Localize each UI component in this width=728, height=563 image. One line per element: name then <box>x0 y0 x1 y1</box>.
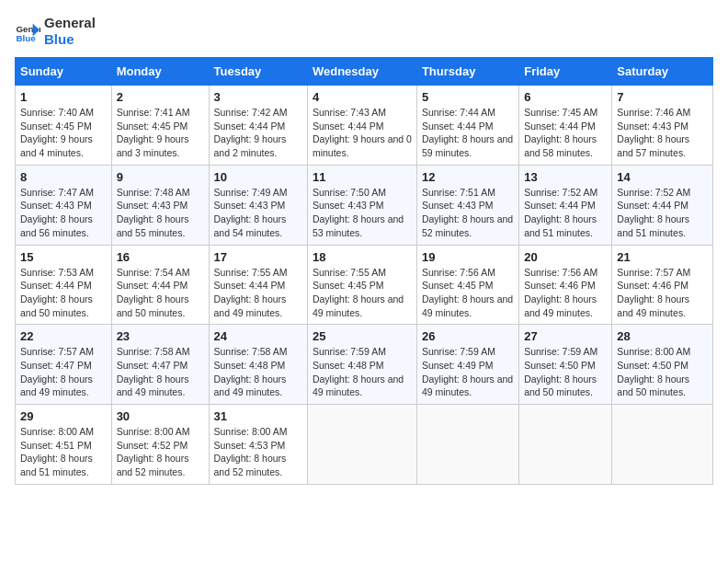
logo-text-blue: Blue <box>44 31 96 48</box>
day-detail: Sunrise: 7:49 AMSunset: 4:43 PMDaylight:… <box>214 186 302 240</box>
day-number: 20 <box>524 250 607 264</box>
day-detail: Sunrise: 8:00 AMSunset: 4:51 PMDaylight:… <box>20 425 107 479</box>
day-detail: Sunrise: 7:50 AMSunset: 4:43 PMDaylight:… <box>313 186 412 240</box>
day-detail: Sunrise: 7:59 AMSunset: 4:49 PMDaylight:… <box>422 345 514 399</box>
day-number: 28 <box>617 329 708 343</box>
calendar-header-row: SundayMondayTuesdayWednesdayThursdayFrid… <box>16 58 713 86</box>
calendar-cell: 20Sunrise: 7:56 AMSunset: 4:46 PMDayligh… <box>519 245 612 325</box>
calendar-cell: 5Sunrise: 7:44 AMSunset: 4:44 PMDaylight… <box>416 86 518 166</box>
calendar-cell: 13Sunrise: 7:52 AMSunset: 4:44 PMDayligh… <box>519 165 612 245</box>
day-number: 10 <box>214 170 302 184</box>
day-detail: Sunrise: 7:45 AMSunset: 4:44 PMDaylight:… <box>524 106 607 160</box>
calendar-cell: 6Sunrise: 7:45 AMSunset: 4:44 PMDaylight… <box>519 86 612 166</box>
day-detail: Sunrise: 8:00 AMSunset: 4:50 PMDaylight:… <box>617 345 708 399</box>
day-number: 19 <box>422 250 514 264</box>
day-detail: Sunrise: 7:59 AMSunset: 4:48 PMDaylight:… <box>313 345 412 399</box>
calendar-cell: 28Sunrise: 8:00 AMSunset: 4:50 PMDayligh… <box>612 325 713 405</box>
calendar-cell: 16Sunrise: 7:54 AMSunset: 4:44 PMDayligh… <box>111 245 209 325</box>
day-number: 23 <box>117 329 204 343</box>
day-number: 7 <box>617 90 708 104</box>
day-detail: Sunrise: 7:44 AMSunset: 4:44 PMDaylight:… <box>422 106 514 160</box>
day-detail: Sunrise: 7:48 AMSunset: 4:43 PMDaylight:… <box>117 186 204 240</box>
day-detail: Sunrise: 7:59 AMSunset: 4:50 PMDaylight:… <box>524 345 607 399</box>
day-number: 25 <box>313 329 412 343</box>
calendar-cell: 4Sunrise: 7:43 AMSunset: 4:44 PMDaylight… <box>307 86 416 166</box>
day-detail: Sunrise: 8:00 AMSunset: 4:52 PMDaylight:… <box>117 425 204 479</box>
day-number: 4 <box>313 90 412 104</box>
col-header-sunday: Sunday <box>16 58 112 86</box>
day-number: 9 <box>117 170 204 184</box>
day-detail: Sunrise: 7:52 AMSunset: 4:44 PMDaylight:… <box>617 186 708 240</box>
calendar-week-row: 29Sunrise: 8:00 AMSunset: 4:51 PMDayligh… <box>16 405 713 485</box>
day-detail: Sunrise: 8:00 AMSunset: 4:53 PMDaylight:… <box>214 425 302 479</box>
day-detail: Sunrise: 7:43 AMSunset: 4:44 PMDaylight:… <box>313 106 412 160</box>
day-number: 26 <box>422 329 514 343</box>
calendar-cell: 18Sunrise: 7:55 AMSunset: 4:45 PMDayligh… <box>307 245 416 325</box>
day-number: 11 <box>313 170 412 184</box>
day-detail: Sunrise: 7:46 AMSunset: 4:43 PMDaylight:… <box>617 106 708 160</box>
calendar-cell: 14Sunrise: 7:52 AMSunset: 4:44 PMDayligh… <box>612 165 713 245</box>
day-number: 22 <box>20 329 107 343</box>
day-detail: Sunrise: 7:42 AMSunset: 4:44 PMDaylight:… <box>214 106 302 160</box>
day-detail: Sunrise: 7:55 AMSunset: 4:45 PMDaylight:… <box>313 266 412 320</box>
day-detail: Sunrise: 7:56 AMSunset: 4:46 PMDaylight:… <box>524 266 607 320</box>
day-number: 8 <box>20 170 107 184</box>
calendar-cell <box>612 405 713 485</box>
logo-text-general: General <box>44 15 96 31</box>
day-detail: Sunrise: 7:41 AMSunset: 4:45 PMDaylight:… <box>117 106 204 160</box>
col-header-tuesday: Tuesday <box>209 58 307 86</box>
calendar-cell: 29Sunrise: 8:00 AMSunset: 4:51 PMDayligh… <box>16 405 112 485</box>
day-detail: Sunrise: 7:53 AMSunset: 4:44 PMDaylight:… <box>20 266 107 320</box>
day-number: 16 <box>117 250 204 264</box>
day-detail: Sunrise: 7:58 AMSunset: 4:47 PMDaylight:… <box>117 345 204 399</box>
day-number: 17 <box>214 250 302 264</box>
calendar-cell: 31Sunrise: 8:00 AMSunset: 4:53 PMDayligh… <box>209 405 307 485</box>
day-detail: Sunrise: 7:51 AMSunset: 4:43 PMDaylight:… <box>422 186 514 240</box>
day-detail: Sunrise: 7:52 AMSunset: 4:44 PMDaylight:… <box>524 186 607 240</box>
day-number: 18 <box>313 250 412 264</box>
day-number: 15 <box>20 250 107 264</box>
calendar-cell: 26Sunrise: 7:59 AMSunset: 4:49 PMDayligh… <box>416 325 518 405</box>
calendar-cell: 8Sunrise: 7:47 AMSunset: 4:43 PMDaylight… <box>16 165 112 245</box>
calendar-cell: 24Sunrise: 7:58 AMSunset: 4:48 PMDayligh… <box>209 325 307 405</box>
calendar-cell: 7Sunrise: 7:46 AMSunset: 4:43 PMDaylight… <box>612 86 713 166</box>
col-header-saturday: Saturday <box>612 58 713 86</box>
calendar-cell: 30Sunrise: 8:00 AMSunset: 4:52 PMDayligh… <box>111 405 209 485</box>
col-header-monday: Monday <box>111 58 209 86</box>
day-number: 14 <box>617 170 708 184</box>
day-number: 12 <box>422 170 514 184</box>
calendar-cell: 9Sunrise: 7:48 AMSunset: 4:43 PMDaylight… <box>111 165 209 245</box>
page-header: General Blue General Blue <box>15 15 713 48</box>
day-number: 31 <box>214 409 302 423</box>
calendar-cell: 23Sunrise: 7:58 AMSunset: 4:47 PMDayligh… <box>111 325 209 405</box>
day-detail: Sunrise: 7:47 AMSunset: 4:43 PMDaylight:… <box>20 186 107 240</box>
calendar-table: SundayMondayTuesdayWednesdayThursdayFrid… <box>15 57 713 485</box>
logo-icon: General Blue <box>15 18 40 44</box>
day-detail: Sunrise: 7:57 AMSunset: 4:46 PMDaylight:… <box>617 266 708 320</box>
calendar-cell: 25Sunrise: 7:59 AMSunset: 4:48 PMDayligh… <box>307 325 416 405</box>
calendar-cell: 21Sunrise: 7:57 AMSunset: 4:46 PMDayligh… <box>612 245 713 325</box>
calendar-cell: 3Sunrise: 7:42 AMSunset: 4:44 PMDaylight… <box>209 86 307 166</box>
day-number: 29 <box>20 409 107 423</box>
day-detail: Sunrise: 7:40 AMSunset: 4:45 PMDaylight:… <box>20 106 107 160</box>
day-detail: Sunrise: 7:55 AMSunset: 4:44 PMDaylight:… <box>214 266 302 320</box>
calendar-cell: 11Sunrise: 7:50 AMSunset: 4:43 PMDayligh… <box>307 165 416 245</box>
calendar-cell: 12Sunrise: 7:51 AMSunset: 4:43 PMDayligh… <box>416 165 518 245</box>
calendar-week-row: 8Sunrise: 7:47 AMSunset: 4:43 PMDaylight… <box>16 165 713 245</box>
calendar-cell: 17Sunrise: 7:55 AMSunset: 4:44 PMDayligh… <box>209 245 307 325</box>
day-number: 5 <box>422 90 514 104</box>
col-header-thursday: Thursday <box>416 58 518 86</box>
day-detail: Sunrise: 7:54 AMSunset: 4:44 PMDaylight:… <box>117 266 204 320</box>
day-number: 2 <box>117 90 204 104</box>
day-detail: Sunrise: 7:56 AMSunset: 4:45 PMDaylight:… <box>422 266 514 320</box>
day-number: 27 <box>524 329 607 343</box>
col-header-wednesday: Wednesday <box>307 58 416 86</box>
day-number: 6 <box>524 90 607 104</box>
calendar-cell <box>307 405 416 485</box>
calendar-cell: 10Sunrise: 7:49 AMSunset: 4:43 PMDayligh… <box>209 165 307 245</box>
day-detail: Sunrise: 7:58 AMSunset: 4:48 PMDaylight:… <box>214 345 302 399</box>
day-number: 3 <box>214 90 302 104</box>
day-number: 30 <box>117 409 204 423</box>
calendar-week-row: 22Sunrise: 7:57 AMSunset: 4:47 PMDayligh… <box>16 325 713 405</box>
calendar-cell <box>416 405 518 485</box>
